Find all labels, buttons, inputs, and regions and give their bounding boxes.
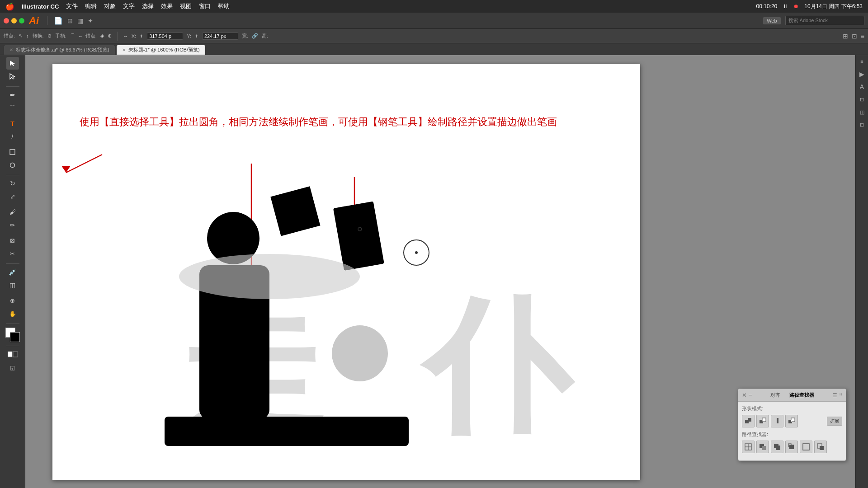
pencil-tool[interactable]: ✏ (6, 219, 19, 231)
apple-menu[interactable]: 🍎 (5, 2, 14, 11)
path-trim-button[interactable] (756, 441, 769, 453)
properties-icon[interactable]: ▦ (77, 17, 83, 24)
draw-mode-btn[interactable]: ◱ (6, 361, 19, 374)
anchor-tool-icon2[interactable]: ⊕ (108, 33, 112, 39)
menu-type[interactable]: 文字 (123, 2, 135, 10)
transform-icon[interactable]: ⊘ (47, 33, 52, 39)
ellipse-tool[interactable] (6, 159, 19, 171)
tab-1[interactable]: ✕ 标志字体全能备.ai* @ 66.67% (RGB/预览) (4, 45, 115, 55)
paint-tools: 🖌 ✏ (6, 206, 19, 231)
tab-1-close[interactable]: ✕ (9, 47, 13, 52)
gradient-tool[interactable]: ◫ (6, 279, 19, 291)
anchor-tool-icon[interactable]: ◈ (100, 33, 104, 39)
link-icon[interactable]: 🔗 (252, 33, 258, 39)
svg-rect-34 (791, 420, 792, 422)
svg-rect-5 (13, 352, 18, 357)
menu-view[interactable]: 视图 (180, 2, 192, 10)
canvas-area[interactable]: 使用【直接选择工具】拉出圆角，相同方法继续制作笔画，可使用【钢笔工具】绘制路径并… (25, 55, 855, 488)
anchor-icon1[interactable]: ↖ (19, 33, 23, 39)
menu-effect[interactable]: 效果 (161, 2, 173, 10)
search-adobe-input[interactable]: 搜索 Adobe Stock (785, 16, 864, 25)
eyedropper-tool[interactable]: 💉 (6, 266, 19, 278)
menu-object[interactable]: 对象 (104, 2, 116, 10)
type-tool[interactable]: T (6, 117, 19, 130)
direct-selection-tool[interactable] (6, 70, 19, 83)
right-panel-btn-3[interactable]: A (858, 82, 867, 91)
align-icon[interactable]: ⊞ (843, 33, 848, 40)
menu-select[interactable]: 选择 (142, 2, 154, 10)
workspace-label[interactable]: Web (763, 17, 780, 24)
line-tool[interactable]: / (6, 130, 19, 143)
tool-sep-3 (6, 263, 19, 264)
minimize-window-button[interactable] (11, 18, 17, 23)
path-crop-button[interactable] (785, 441, 798, 453)
pathfinder-label: 路径查找器: (742, 431, 842, 438)
svg-rect-42 (789, 445, 794, 449)
more-options-icon[interactable]: ≡ (861, 33, 864, 40)
menubar-left: 🍎 Illustrator CC 文件 编辑 对象 文字 选择 效果 视图 窗口… (5, 2, 230, 11)
shape-minus-front-button[interactable] (756, 415, 769, 427)
shape-exclude-button[interactable] (785, 415, 798, 427)
svg-rect-4 (8, 352, 12, 357)
scale-tool[interactable]: ⤢ (6, 190, 19, 203)
panel-minimize-button[interactable]: − (749, 392, 752, 399)
tab-2[interactable]: ✕ 未标题-1* @ 1600% (RGB/预览) (116, 45, 206, 55)
right-panel-btn-1[interactable]: ≡ (858, 57, 867, 66)
shape-intersect-button[interactable] (771, 415, 783, 427)
pathfinder-panel: ✕ − 对齐 路径查找器 ☰ ⠿ 形状模式: (738, 389, 846, 461)
x-value-input[interactable] (147, 33, 183, 40)
magic-wand-icon[interactable]: ✦ (88, 17, 93, 24)
new-document-icon[interactable]: 📄 (54, 16, 63, 25)
shape-unite-button[interactable] (742, 415, 755, 427)
panel-menu-icon[interactable]: ☰ (832, 392, 837, 399)
color-box (5, 328, 20, 342)
eraser-tool[interactable]: ⊠ (6, 234, 19, 247)
panel-close-button[interactable]: ✕ (742, 392, 747, 399)
arrange-icon[interactable]: ⊞ (67, 17, 73, 24)
scissors-tool[interactable]: ✂ (6, 247, 19, 260)
panel-tab-pathfinder[interactable]: 路径查找器 (788, 391, 816, 399)
hand-tool[interactable]: ✋ (6, 307, 19, 320)
right-panel-btn-4[interactable]: ⊡ (858, 95, 867, 104)
paintbrush-tool[interactable]: 🖌 (6, 206, 19, 218)
close-window-button[interactable] (4, 18, 9, 23)
zoom-tool[interactable]: ⊕ (6, 294, 19, 307)
shape-mode-label: 形状模式: (742, 405, 842, 412)
menu-file[interactable]: 文件 (66, 2, 78, 10)
menu-window[interactable]: 窗口 (199, 2, 211, 10)
menu-help[interactable]: 帮助 (218, 2, 230, 10)
tab-2-close[interactable]: ✕ (122, 47, 126, 52)
ai-logo: Ai (29, 15, 39, 27)
selection-tools (6, 57, 19, 83)
rectangle-tool[interactable] (6, 145, 19, 158)
y-value-input[interactable] (202, 33, 238, 40)
svg-rect-20 (333, 201, 384, 271)
screen-mode-btn[interactable] (6, 348, 19, 361)
expand-button[interactable]: 扩展 (827, 417, 842, 426)
panel-body: 形状模式: 扩展 路径查找器: (738, 402, 846, 460)
x-icon: ↔ (123, 33, 128, 39)
svg-rect-39 (762, 446, 766, 450)
transform-anchor-icon[interactable]: ⊡ (852, 33, 857, 40)
path-minus-back-button[interactable] (814, 441, 827, 453)
panel-tab-align[interactable]: 对齐 (769, 391, 782, 399)
menubar-date: 10月14日 周四 下午6:53 (804, 3, 863, 10)
maximize-window-button[interactable] (19, 18, 24, 23)
rotate-tool[interactable]: ↻ (6, 177, 19, 190)
curvature-tool[interactable]: ⌒ (6, 102, 19, 114)
right-panel-btn-5[interactable]: ◫ (858, 108, 867, 117)
hand-icon1[interactable]: ⌒ (70, 33, 75, 39)
anchor-icon2[interactable]: ↑ (26, 33, 29, 39)
path-outline-button[interactable] (800, 441, 812, 453)
y-up-icon: ⬆ (195, 34, 198, 38)
background-color[interactable] (10, 332, 20, 342)
right-panel-btn-6[interactable]: ⊞ (858, 120, 867, 129)
pen-tool[interactable]: ✒ (6, 89, 19, 101)
path-merge-button[interactable] (771, 441, 783, 453)
menu-edit[interactable]: 编辑 (85, 2, 97, 10)
svg-marker-0 (10, 61, 15, 66)
right-panel-btn-2[interactable]: ▶ (858, 70, 867, 79)
selection-tool[interactable] (6, 57, 19, 70)
hand-icon2[interactable]: ⌣ (79, 33, 82, 39)
path-divide-button[interactable] (742, 441, 755, 453)
